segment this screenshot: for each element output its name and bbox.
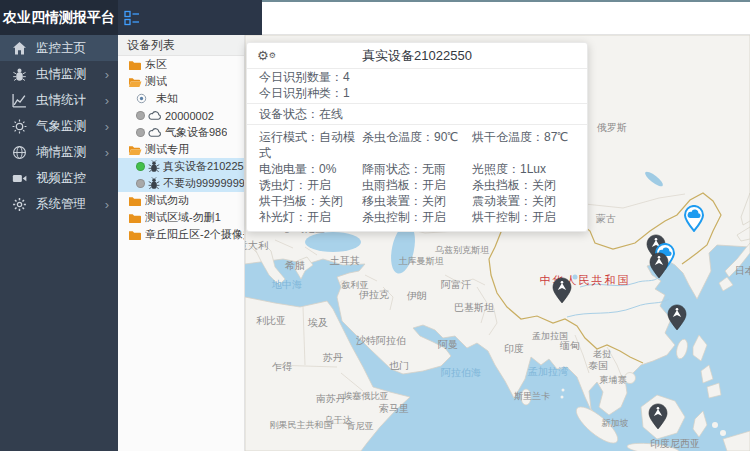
folder-label: 测试区域-勿删1 bbox=[145, 210, 221, 225]
popup-device-status: 设备状态：在线 bbox=[247, 106, 587, 125]
popup-stat-species: 今日识别种类：1 bbox=[247, 85, 587, 104]
top-bar bbox=[118, 0, 262, 35]
popup-field: 烘干挡板：关闭 bbox=[259, 193, 362, 209]
device-folder[interactable]: 东区 bbox=[118, 56, 244, 73]
popup-field: 补光灯：开启 bbox=[259, 209, 362, 225]
status-dot-offline bbox=[136, 128, 145, 137]
popup-field: 杀虫仓温度：90℃ bbox=[362, 129, 472, 161]
sidebar-item-label: 墒情监测 bbox=[36, 144, 86, 161]
chevron-right-icon: › bbox=[105, 67, 109, 82]
popup-field: 电池电量：0% bbox=[259, 161, 362, 177]
device-item[interactable]: 20000002 bbox=[118, 107, 244, 124]
chevron-right-icon: › bbox=[105, 93, 109, 108]
home-icon bbox=[12, 41, 27, 56]
popup-detail-grid: 运行模式：自动模式 杀虫仓温度：90℃ 烘干仓温度：87℃ 电池电量：0% 降雨… bbox=[247, 127, 587, 231]
popup-field: 震动装置：关闭 bbox=[472, 193, 579, 209]
folder-open-icon bbox=[128, 76, 142, 88]
popup-title: 真实设备21022550 bbox=[247, 47, 587, 65]
insect-device-icon bbox=[148, 177, 160, 190]
map-marker-insect-pin[interactable] bbox=[552, 277, 572, 304]
sidebar-item-label: 视频监控 bbox=[36, 170, 86, 187]
popup-field: 烘干控制：开启 bbox=[472, 209, 579, 225]
folder-label: 测试 bbox=[145, 74, 167, 89]
popup-field: 降雨状态：无雨 bbox=[362, 161, 472, 177]
sidebar-item-label: 气象监测 bbox=[36, 118, 86, 135]
folder-label: 章丘阳丘区-2个摄像头 bbox=[145, 227, 244, 242]
folder-label: 测试专用 bbox=[145, 142, 189, 157]
device-panel: 设备列表 东区 测试 未知 20000002 气象设备986 测试专用 bbox=[118, 35, 245, 451]
popup-field: 诱虫灯：开启 bbox=[259, 177, 362, 193]
app-root: 农业四情测报平台 监控主页 虫情监测 › bbox=[0, 0, 750, 451]
video-camera-icon bbox=[12, 171, 27, 186]
weather-device-icon bbox=[148, 110, 162, 121]
popup-header: ⚙⚙ 真实设备21022550 bbox=[247, 43, 587, 69]
device-info-popup: ⚙⚙ 真实设备21022550 今日识别数量：4 今日识别种类：1 设备状态：在… bbox=[246, 42, 588, 232]
top-bar-empty bbox=[262, 0, 750, 35]
folder-icon bbox=[128, 229, 142, 241]
sidebar-item-insect-monitor[interactable]: 虫情监测 › bbox=[0, 61, 118, 87]
device-item-label: 真实设备21022550 bbox=[163, 159, 244, 174]
map-marker-insect-pin[interactable] bbox=[648, 403, 668, 430]
device-item-unknown[interactable]: 未知 bbox=[118, 90, 244, 107]
folder-label: 测试勿动 bbox=[145, 193, 189, 208]
weather-device-icon bbox=[148, 127, 162, 138]
tree-list-icon[interactable] bbox=[124, 10, 140, 26]
map-marker-insect-pin[interactable] bbox=[667, 304, 687, 331]
chevron-right-icon: › bbox=[105, 145, 109, 160]
status-dot-offline bbox=[136, 111, 145, 120]
device-folder[interactable]: 测试专用 bbox=[118, 141, 244, 158]
device-item-selected[interactable]: 真实设备21022550 bbox=[118, 158, 244, 175]
globe-icon bbox=[12, 145, 27, 160]
sidebar: 监控主页 虫情监测 › 虫情统计 › 气象监测 › bbox=[0, 35, 118, 451]
popup-field: 移虫装置：关闭 bbox=[362, 193, 472, 209]
device-folder[interactable]: 测试区域-勿删1 bbox=[118, 209, 244, 226]
app-title: 农业四情测报平台 bbox=[0, 0, 118, 35]
device-folder[interactable]: 测试勿动 bbox=[118, 192, 244, 209]
chevron-right-icon: › bbox=[105, 119, 109, 134]
device-item-label: 不要动99999999 bbox=[163, 176, 244, 191]
map-marker-weather-pin[interactable] bbox=[684, 205, 704, 232]
device-item-label: 气象设备986 bbox=[165, 125, 227, 140]
folder-icon bbox=[128, 195, 142, 207]
folder-open-icon bbox=[128, 144, 142, 156]
status-dot-offline bbox=[136, 179, 145, 188]
folder-icon bbox=[128, 212, 142, 224]
sidebar-item-soil-monitor[interactable]: 墒情监测 › bbox=[0, 139, 118, 165]
device-item-label: 20000002 bbox=[165, 110, 214, 122]
popup-field: 虫雨挡板：开启 bbox=[362, 177, 472, 193]
popup-stat-count: 今日识别数量：4 bbox=[247, 69, 587, 85]
popup-field: 杀虫控制：开启 bbox=[362, 209, 472, 225]
insect-icon bbox=[12, 67, 27, 82]
device-item-label: 未知 bbox=[156, 91, 178, 106]
folder-icon bbox=[128, 59, 142, 71]
device-panel-header: 设备列表 bbox=[118, 35, 244, 56]
map-marker-insect-pin[interactable] bbox=[649, 252, 669, 279]
settings-gears-icon[interactable]: ⚙⚙ bbox=[257, 47, 276, 65]
chart-icon bbox=[12, 93, 27, 108]
popup-field: 烘干仓温度：87℃ bbox=[472, 129, 579, 161]
sidebar-item-home[interactable]: 监控主页 bbox=[0, 35, 118, 61]
weather-icon bbox=[12, 119, 27, 134]
device-item-selected[interactable]: 不要动99999999 bbox=[118, 175, 244, 192]
popup-field: 光照度：1Lux bbox=[472, 161, 579, 177]
device-folder[interactable]: 章丘阳丘区-2个摄像头 bbox=[118, 226, 244, 243]
sidebar-item-label: 虫情监测 bbox=[36, 66, 86, 83]
chevron-right-icon: › bbox=[105, 197, 109, 212]
sidebar-item-system[interactable]: 系统管理 › bbox=[0, 191, 118, 217]
sidebar-item-label: 虫情统计 bbox=[36, 92, 86, 109]
unknown-device-icon bbox=[136, 93, 147, 104]
sidebar-item-label: 监控主页 bbox=[36, 40, 86, 57]
device-folder[interactable]: 测试 bbox=[118, 73, 244, 90]
insect-device-icon bbox=[148, 160, 160, 173]
folder-label: 东区 bbox=[145, 57, 167, 72]
device-item[interactable]: 气象设备986 bbox=[118, 124, 244, 141]
sidebar-item-video[interactable]: 视频监控 bbox=[0, 165, 118, 191]
sidebar-item-insect-stats[interactable]: 虫情统计 › bbox=[0, 87, 118, 113]
sidebar-item-weather-monitor[interactable]: 气象监测 › bbox=[0, 113, 118, 139]
popup-field: 杀虫挡板：关闭 bbox=[472, 177, 579, 193]
sidebar-item-label: 系统管理 bbox=[36, 196, 86, 213]
gear-icon bbox=[12, 197, 27, 212]
status-dot-online bbox=[136, 162, 145, 171]
popup-field: 运行模式：自动模式 bbox=[259, 129, 362, 161]
